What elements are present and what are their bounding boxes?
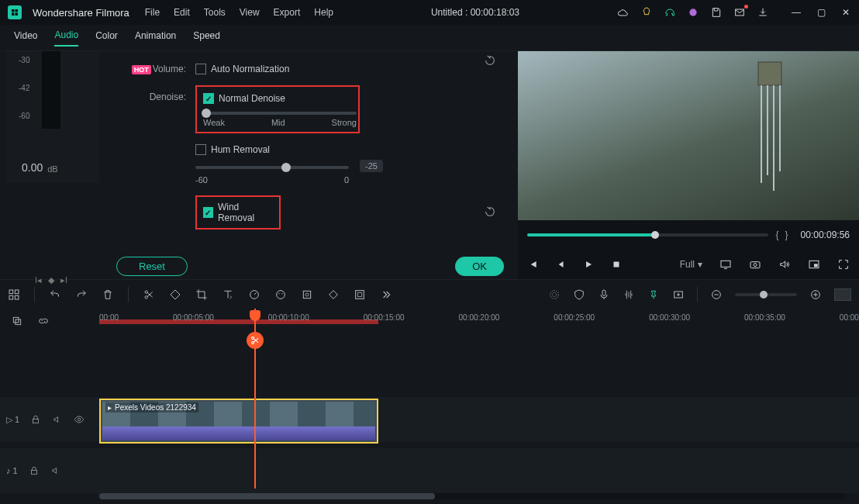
stop-icon[interactable] — [611, 259, 622, 270]
menu-export[interactable]: Export — [274, 7, 301, 18]
menu-file[interactable]: File — [145, 7, 160, 18]
tab-speed[interactable]: Speed — [193, 30, 220, 46]
orb-icon[interactable] — [687, 6, 699, 19]
track-visibility-icon[interactable] — [74, 414, 85, 425]
speed-icon[interactable] — [248, 288, 260, 301]
auto-normalization-checkbox[interactable] — [195, 64, 206, 74]
quality-selector[interactable]: Full▾ — [680, 259, 702, 270]
marker-icon[interactable] — [647, 288, 660, 301]
video-clip[interactable]: ▸Pexels Videos 2122934 — [99, 399, 378, 444]
zoom-out-icon[interactable] — [710, 288, 723, 301]
play-icon[interactable] — [583, 259, 594, 270]
pip-icon[interactable] — [808, 258, 820, 271]
hum-removal-checkbox[interactable] — [195, 144, 206, 155]
audio-track-lane[interactable]: ♪ 1 — [0, 448, 859, 493]
denoise-reset-icon[interactable] — [484, 54, 496, 69]
menu-view[interactable]: View — [240, 7, 260, 18]
preview-progress-thumb[interactable] — [651, 231, 659, 239]
timeline: 00:00 00:00:05:00 00:00:10:00 00:00:15:0… — [0, 309, 859, 504]
denoise-slider-thumb[interactable] — [202, 109, 211, 118]
wind-removal-checkbox[interactable] — [203, 207, 213, 218]
audio-track-icon[interactable]: ♪ 1 — [6, 466, 18, 475]
timeline-scrollbar[interactable] — [99, 493, 845, 499]
track-mute-icon[interactable] — [52, 414, 63, 425]
mark-in-icon[interactable]: { — [776, 230, 779, 240]
playhead-split-icon[interactable] — [247, 332, 264, 349]
greenscreen-icon[interactable] — [301, 288, 313, 301]
prev-keyframe-icon[interactable]: I◂ — [35, 275, 42, 285]
link-icon[interactable] — [37, 315, 50, 327]
keyframe-diamond-icon[interactable]: ◆ — [48, 275, 54, 285]
delete-icon[interactable] — [102, 288, 114, 301]
step-back-icon[interactable] — [527, 259, 538, 270]
redo-icon[interactable] — [75, 288, 88, 301]
audio-meter-panel: -30 -42 -60 0.00 dB I◂ ◆ ▸I — [0, 51, 109, 279]
tab-animation[interactable]: Animation — [135, 30, 176, 46]
timeline-scrollbar-thumb[interactable] — [99, 493, 435, 499]
wind-reset-icon[interactable] — [484, 205, 496, 220]
zoom-slider-thumb[interactable] — [760, 291, 768, 299]
hum-slider-thumb[interactable] — [281, 163, 291, 172]
text-icon[interactable] — [222, 288, 234, 301]
display-icon[interactable] — [719, 258, 732, 271]
tab-video[interactable]: Video — [14, 30, 37, 46]
save-icon[interactable] — [710, 6, 723, 19]
layout-icon[interactable] — [8, 288, 20, 301]
audio-track-lock-icon[interactable] — [29, 465, 40, 476]
normal-denoise-checkbox[interactable] — [203, 93, 214, 104]
tab-color[interactable]: Color — [95, 30, 118, 46]
cloud-icon[interactable] — [617, 6, 630, 19]
add-marker-icon[interactable] — [672, 288, 685, 301]
timeline-overview[interactable] — [834, 288, 851, 301]
preview-progress[interactable] — [527, 233, 768, 236]
minimize-button[interactable]: — — [791, 7, 802, 18]
tab-audio[interactable]: Audio — [54, 29, 78, 47]
hum-slider[interactable]: -25 — [195, 166, 349, 169]
zoom-slider[interactable] — [735, 293, 797, 296]
fullscreen-icon[interactable] — [837, 258, 850, 271]
undo-icon[interactable] — [49, 288, 61, 301]
copy-icon[interactable] — [11, 315, 23, 327]
playhead[interactable] — [254, 309, 256, 488]
audio-track-mute-icon[interactable] — [50, 465, 61, 476]
mail-icon[interactable] — [733, 6, 746, 19]
track-lock-icon[interactable] — [30, 414, 41, 425]
denoise-slider[interactable] — [203, 112, 357, 115]
color-icon[interactable] — [274, 288, 287, 301]
video-track-icon[interactable]: ▷ 1 — [6, 415, 19, 425]
keyframe-tool-icon[interactable] — [327, 288, 340, 301]
hot-badge: HOT — [132, 65, 151, 74]
svg-point-24 — [305, 293, 309, 296]
snapshot-icon[interactable] — [749, 258, 761, 271]
close-button[interactable]: ✕ — [840, 7, 851, 18]
next-keyframe-icon[interactable]: ▸I — [60, 275, 67, 285]
time-ruler[interactable]: 00:00 00:00:05:00 00:00:10:00 00:00:15:0… — [99, 313, 859, 333]
crop-icon[interactable] — [195, 288, 208, 301]
shield-icon[interactable] — [573, 288, 585, 301]
menu-edit[interactable]: Edit — [174, 7, 190, 18]
mic-icon[interactable] — [598, 288, 610, 301]
detach-icon[interactable] — [354, 288, 366, 301]
svg-point-20 — [277, 290, 285, 299]
mixer-icon[interactable] — [548, 288, 561, 301]
download-icon[interactable] — [757, 6, 769, 19]
more-tools-icon[interactable] — [380, 288, 392, 301]
lightbulb-icon[interactable] — [640, 6, 653, 19]
ok-button[interactable]: OK — [455, 257, 504, 276]
prev-frame-icon[interactable] — [555, 259, 566, 270]
reset-button[interactable]: Reset — [116, 257, 188, 276]
headphones-icon[interactable] — [664, 6, 676, 19]
tag-icon[interactable] — [169, 288, 181, 301]
video-preview[interactable] — [518, 51, 859, 220]
maximize-button[interactable]: ▢ — [816, 7, 826, 18]
denoise-highlight-box: Normal Denoise Weak Mid Strong — [195, 85, 360, 133]
audio-settings-panel: HOTVolume: Auto Normalization Denoise: N… — [109, 51, 518, 279]
zoom-in-icon[interactable] — [809, 288, 822, 301]
menu-help[interactable]: Help — [314, 7, 333, 18]
menu-tools[interactable]: Tools — [204, 7, 226, 18]
mark-out-icon[interactable]: } — [785, 230, 788, 240]
playhead-handle[interactable] — [250, 310, 260, 321]
volume-icon[interactable] — [778, 258, 791, 271]
audio-sync-icon[interactable] — [623, 288, 635, 301]
split-icon[interactable] — [143, 288, 155, 301]
